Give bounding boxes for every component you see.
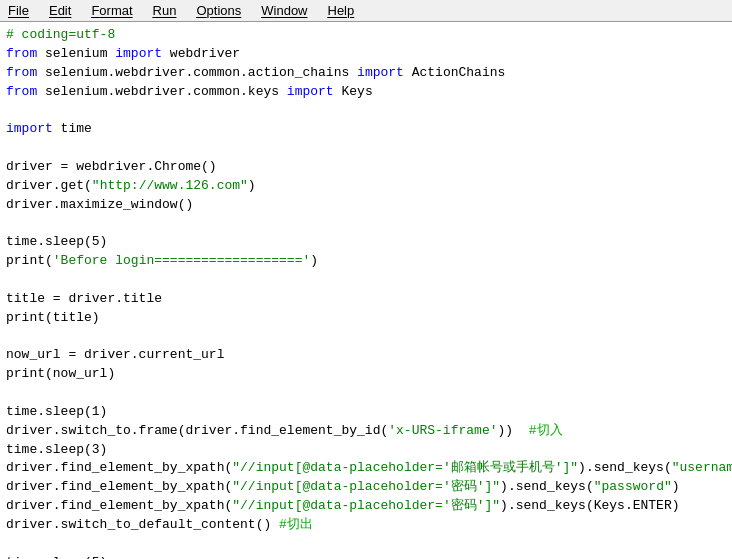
code-line-23: time.sleep(3) [6, 441, 726, 460]
code-line-10: driver.maximize_window() [6, 196, 726, 215]
code-line-15: title = driver.title [6, 290, 726, 309]
code-line-27: driver.switch_to_default_content() #切出 [6, 516, 726, 535]
code-line-26: driver.find_element_by_xpath("//input[@d… [6, 497, 726, 516]
menu-run[interactable]: Run [149, 2, 181, 19]
code-line-12: time.sleep(5) [6, 233, 726, 252]
menu-edit[interactable]: Edit [45, 2, 75, 19]
code-line-11 [6, 214, 726, 233]
code-line-2: from selenium import webdriver [6, 45, 726, 64]
menu-bar: File Edit Format Run Options Window Help [0, 0, 732, 22]
code-line-3: from selenium.webdriver.common.action_ch… [6, 64, 726, 83]
code-line-17 [6, 328, 726, 347]
menu-file[interactable]: File [4, 2, 33, 19]
code-line-28 [6, 535, 726, 554]
menu-help[interactable]: Help [324, 2, 359, 19]
code-line-19: print(now_url) [6, 365, 726, 384]
code-line-6: import time [6, 120, 726, 139]
code-line-29: time.sleep(5) [6, 554, 726, 559]
menu-window[interactable]: Window [257, 2, 311, 19]
code-line-7 [6, 139, 726, 158]
code-line-25: driver.find_element_by_xpath("//input[@d… [6, 478, 726, 497]
code-line-18: now_url = driver.current_url [6, 346, 726, 365]
main-window: File Edit Format Run Options Window Help… [0, 0, 732, 559]
code-line-24: driver.find_element_by_xpath("//input[@d… [6, 459, 726, 478]
menu-format[interactable]: Format [87, 2, 136, 19]
menu-options[interactable]: Options [192, 2, 245, 19]
code-line-8: driver = webdriver.Chrome() [6, 158, 726, 177]
code-line-22: driver.switch_to.frame(driver.find_eleme… [6, 422, 726, 441]
code-line-9: driver.get("http://www.126.com") [6, 177, 726, 196]
code-line-14 [6, 271, 726, 290]
code-line-21: time.sleep(1) [6, 403, 726, 422]
code-line-20 [6, 384, 726, 403]
code-editor[interactable]: # coding=utf-8from selenium import webdr… [0, 22, 732, 559]
code-line-4: from selenium.webdriver.common.keys impo… [6, 83, 726, 102]
code-line-5 [6, 101, 726, 120]
code-line-16: print(title) [6, 309, 726, 328]
code-line-1: # coding=utf-8 [6, 26, 726, 45]
code-line-13: print('Before login===================') [6, 252, 726, 271]
